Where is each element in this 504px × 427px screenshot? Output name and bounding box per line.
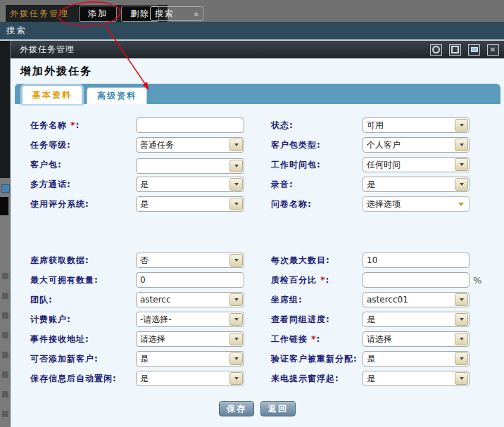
- customer-package-label: 客户包:: [30, 159, 136, 171]
- customer-package-type-dropdown[interactable]: 个人客户: [363, 137, 470, 153]
- search-toggle-button[interactable]: 搜索 «: [150, 6, 203, 21]
- chevron-down-icon[interactable]: [455, 178, 468, 191]
- dialog-titlebar[interactable]: 外拨任务管理 ✕: [11, 41, 504, 58]
- background-panel: [0, 41, 10, 178]
- auto-idle-after-save-dropdown[interactable]: 是: [136, 371, 244, 386]
- max-per-fetch-input[interactable]: [363, 253, 470, 268]
- chevron-down-icon[interactable]: [229, 313, 243, 326]
- dropdown-triangle-icon: [458, 203, 464, 206]
- chevron-down-icon[interactable]: [455, 139, 468, 151]
- chevron-down-icon[interactable]: [229, 372, 243, 385]
- qc-percent-input[interactable]: [363, 272, 470, 288]
- percent-suffix: %: [473, 275, 481, 286]
- multiparty-call-label: 多方通话:: [30, 179, 136, 191]
- background-table-strip: [0, 41, 10, 427]
- minimize-glyph: [471, 47, 478, 52]
- form-row: 使用评分系统: 是 问卷名称: 选择选项: [11, 194, 504, 214]
- chevron-down-icon[interactable]: [455, 313, 468, 326]
- back-button[interactable]: 返回: [260, 401, 296, 416]
- form-section-gap: [11, 214, 504, 250]
- form-row: 最大可拥有数量: 质检百分比 *: %: [11, 270, 504, 290]
- chevron-down-icon[interactable]: [229, 293, 243, 306]
- maximize-icon[interactable]: [449, 44, 461, 56]
- add-button[interactable]: 添加: [79, 6, 117, 22]
- scoring-system-dropdown[interactable]: 是: [136, 196, 244, 212]
- allow-add-customer-dropdown[interactable]: 是: [136, 351, 244, 367]
- maximize-glyph: [451, 46, 459, 53]
- agent-group-dropdown[interactable]: astercc01: [363, 292, 470, 307]
- chevron-down-icon[interactable]: [229, 139, 243, 151]
- qc-percent-label: 质检百分比 *:: [271, 274, 363, 286]
- task-level-dropdown[interactable]: 普通任务: [136, 137, 244, 153]
- chevron-down-icon[interactable]: [229, 160, 243, 172]
- module-tab-label: 外拨任务管理: [10, 8, 69, 20]
- form-row: 可否添加新客户: 是 验证客户被重新分配: 是: [11, 349, 504, 369]
- worktime-package-dropdown[interactable]: 任何时间: [363, 157, 470, 172]
- work-link-dropdown[interactable]: 请选择: [363, 331, 470, 347]
- view-group-progress-label: 查看同组进度:: [271, 314, 363, 326]
- popup-on-call-dropdown[interactable]: 是: [363, 371, 470, 386]
- worktime-package-label: 工作时间包:: [271, 159, 363, 171]
- billing-account-dropdown[interactable]: -请选择-: [136, 312, 244, 327]
- close-icon[interactable]: ✕: [487, 44, 499, 56]
- top-toolbar: 外拨任务管理 添加 删除 搜索 «: [0, 0, 504, 22]
- chevron-down-icon[interactable]: [229, 198, 243, 210]
- task-name-input[interactable]: [136, 117, 244, 133]
- background-checkbox-column: [2, 273, 8, 279]
- status-dropdown[interactable]: 可用: [363, 117, 470, 133]
- survey-name-select[interactable]: 选择选项: [363, 196, 470, 212]
- chevron-down-icon[interactable]: [455, 372, 468, 385]
- chevron-down-icon[interactable]: [229, 352, 243, 365]
- chevron-down-icon[interactable]: [229, 333, 243, 345]
- chevron-down-icon[interactable]: [455, 352, 468, 365]
- dialog-title: 外拨任务管理: [20, 44, 75, 56]
- form-row: 团队: astercc 坐席组: astercc01: [11, 290, 504, 310]
- chevron-down-icon[interactable]: [455, 293, 468, 306]
- save-button[interactable]: 保存: [219, 401, 254, 416]
- verify-reassign-dropdown[interactable]: 是: [363, 351, 470, 367]
- chevron-down-icon[interactable]: [455, 333, 468, 345]
- task-form: 任务名称 *: 状态: 可用 任务等级: 普通任务 客户包类型: 个人客户 客户…: [11, 104, 504, 416]
- scoring-system-label: 使用评分系统:: [30, 198, 136, 210]
- popup-on-call-label: 来电提示窗浮起:: [271, 373, 363, 385]
- recording-dropdown[interactable]: 是: [363, 177, 470, 192]
- module-tab-outbound-task[interactable]: 外拨任务管理 添加 删除: [6, 5, 168, 22]
- team-dropdown[interactable]: astercc: [136, 292, 244, 307]
- background-file-icon: [1, 184, 10, 193]
- customer-package-type-label: 客户包类型:: [271, 139, 363, 151]
- chevron-down-icon[interactable]: [229, 254, 243, 267]
- tab-advanced-info[interactable]: 高级资料: [87, 87, 147, 104]
- max-own-count-label: 最大可拥有数量:: [30, 274, 136, 286]
- collapse-icon[interactable]: [430, 44, 442, 56]
- chevron-down-icon[interactable]: [229, 178, 243, 191]
- max-own-count-input[interactable]: [136, 272, 244, 288]
- agent-group-label: 坐席组:: [271, 294, 363, 306]
- search-toggle-label: 搜索: [155, 8, 175, 20]
- auto-idle-after-save-label: 保存信息后自动置闲:: [30, 373, 136, 385]
- tab-basic-info[interactable]: 基本资料: [22, 85, 82, 104]
- collapse-up-icon: «: [191, 11, 201, 15]
- minimize-icon[interactable]: [468, 44, 480, 56]
- view-group-progress-dropdown[interactable]: 是: [363, 312, 470, 327]
- task-name-label: 任务名称 *:: [30, 120, 136, 132]
- agent-fetch-data-dropdown[interactable]: 否: [136, 253, 244, 268]
- search-section-label: 搜索: [6, 25, 27, 35]
- form-row: 计费账户: -请选择- 查看同组进度: 是: [11, 310, 504, 329]
- form-row: 多方通话: 是 录音: 是: [11, 174, 504, 194]
- background-phone-icon: [0, 197, 8, 215]
- max-per-fetch-label: 每次最大数目:: [271, 255, 363, 267]
- chevron-down-icon[interactable]: [455, 119, 468, 132]
- customer-package-dropdown[interactable]: [136, 158, 244, 174]
- chevron-down-icon[interactable]: [455, 158, 468, 171]
- form-row: 任务等级: 普通任务 客户包类型: 个人客户: [11, 135, 504, 155]
- allow-add-customer-label: 可否添加新客户:: [30, 353, 136, 365]
- verify-reassign-label: 验证客户被重新分配:: [271, 353, 363, 365]
- form-row: 事件接收地址: 请选择 工作链接 *: 请选择: [11, 329, 504, 349]
- page-title: 增加外拨任务: [20, 65, 504, 78]
- agent-fetch-data-label: 座席获取数据:: [30, 255, 136, 267]
- multiparty-call-dropdown[interactable]: 是: [136, 177, 244, 192]
- window-controls: ✕: [430, 44, 499, 56]
- task-level-label: 任务等级:: [30, 139, 136, 151]
- tab-strip: 基本资料 高级资料: [15, 84, 500, 104]
- event-url-dropdown[interactable]: 请选择: [136, 331, 244, 347]
